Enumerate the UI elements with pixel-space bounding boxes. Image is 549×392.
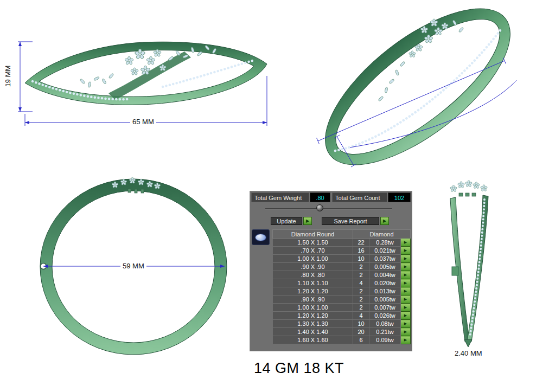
gem-count-cell: 2 [353,287,369,295]
gem-row-arrow-button[interactable]: ▶ [401,247,411,255]
gem-count-cell: 2 [353,263,369,271]
gem-weight-cell: 0.004tw [369,271,401,279]
gem-table-row: .80 X .8020.004tw▶ [273,271,411,279]
gem-totals-bar: Total Gem Weight .80 Total Gem Count 102 [251,192,411,202]
gem-size-cell: .80 X .80 [273,271,353,279]
gem-row-arrow-button[interactable]: ▶ [401,328,411,336]
flower-cluster [450,181,487,196]
side-width-dimension-label: 65 MM [130,118,156,126]
total-gem-weight-label: Total Gem Weight [251,192,309,202]
gem-count-cell: 2 [353,304,369,312]
weight-karat-caption: 14 GM 18 KT [254,360,344,377]
panel-buttons-row: Update ▶ Save Report ▶ [250,215,412,226]
gem-report-panel: Total Gem Weight .80 Total Gem Count 102… [250,191,412,351]
gem-count-cell: 20 [353,328,369,336]
total-gem-count-value: 102 [388,192,411,202]
gem-count-cell: 6 [353,336,369,344]
total-gem-count-label: Total Gem Count [332,192,387,202]
save-report-arrow-button[interactable]: ▶ [380,217,389,225]
gem-row-arrow-button[interactable]: ▶ [401,263,411,271]
update-button[interactable]: Update [271,217,302,225]
update-arrow-button[interactable]: ▶ [303,217,312,225]
gem-weight-cell: 0.21tw [369,328,401,336]
gem-type-column-header: Diamond [353,230,411,239]
profile-thickness-dimension-label: 2.40 MM [452,349,484,358]
gem-table-row: .90 X .9020.005tw▶ [273,263,411,271]
gem-table-row: 1.50 X 1.50220.28tw▶ [273,239,411,247]
gem-weight-cell: 0.013tw [369,287,401,295]
gem-row-arrow-button[interactable]: ▶ [401,304,411,312]
gem-row-arrow-button[interactable]: ▶ [401,336,411,344]
gem-row-arrow-button[interactable]: ▶ [401,295,411,304]
gem-table-row: 1.30 X 1.30100.08tw▶ [273,320,411,328]
gem-table-row: .70 X .70160.021tw▶ [273,247,411,255]
gem-count-cell: 22 [353,239,369,247]
gem-weight-cell: 0.026tw [369,312,401,320]
save-report-button[interactable]: Save Report [322,217,379,225]
gem-weight-cell: 0.08tw [369,320,401,328]
gem-size-cell: 1.10 X 1.10 [273,279,353,287]
gem-size-cell: 1.30 X 1.30 [273,320,353,328]
gem-table-row: 1.00 X 1.00100.037tw▶ [273,255,411,263]
round-gem-icon [252,229,270,245]
gem-size-cell: .70 X .70 [273,247,353,255]
gem-weight-cell: 0.007tw [369,304,401,312]
gem-size-cell: 1.00 X 1.00 [273,304,353,312]
clasp-tab [452,267,458,275]
slider-track[interactable] [265,208,392,209]
gem-table-area: Diamond RoundDiamond1.50 X 1.50220.28tw▶… [250,229,412,344]
gem-count-cell: 10 [353,255,369,263]
front-diameter-dimension-label: 59 MM [120,262,146,271]
bangle-side-view-render [25,42,267,105]
gem-row-arrow-button[interactable]: ▶ [401,287,411,295]
cad-viewport: 19 MM 65 MM 59 MM 2.40 MM Total Gem Weig… [0,0,549,392]
gem-table-row: .90 X .9020.005tw▶ [273,295,411,304]
gem-size-cell: 1.50 X 1.50 [273,239,353,247]
gem-weight-cell: 0.09tw [369,336,401,344]
bangle-profile-view-render [450,181,488,347]
gem-weight-cell: 0.005tw [369,263,401,271]
gem-table-row: 1.40 X 1.40200.21tw▶ [273,328,411,336]
gem-shape-column-header: Diamond Round [273,230,353,239]
gem-row-arrow-button[interactable]: ▶ [401,239,411,247]
gem-size-cell: 1.40 X 1.40 [273,328,353,336]
gem-count-cell: 4 [353,312,369,320]
gem-stone-graphic [255,234,266,241]
gem-table-row: 1.60 X 1.6060.09tw▶ [273,336,411,344]
gem-weight-cell: 0.037tw [369,255,401,263]
bangle-perspective-view-render [301,0,534,193]
gem-weight-cell: 0.28tw [369,239,401,247]
gem-row-arrow-button[interactable]: ▶ [401,271,411,279]
gem-table-header-row: Diamond RoundDiamond [273,230,411,239]
gem-size-cell: .90 X .90 [273,295,353,304]
gem-weight-cell: 0.021tw [369,247,401,255]
side-height-dimension-label: 19 MM [1,59,15,93]
gem-count-cell: 4 [353,279,369,287]
gem-size-cell: 1.20 X 1.20 [273,287,353,295]
gem-row-arrow-button[interactable]: ▶ [401,255,411,263]
gem-count-cell: 2 [353,295,369,304]
gem-count-cell: 16 [353,247,369,255]
gem-display-slider[interactable] [250,202,412,215]
gem-size-cell: 1.00 X 1.00 [273,255,353,263]
gem-table-row: 1.10 X 1.1040.020tw▶ [273,279,411,287]
total-gem-weight-value: .80 [310,192,330,202]
gem-table-row: 1.20 X 1.2040.026tw▶ [273,312,411,320]
gem-row-arrow-button[interactable]: ▶ [401,312,411,320]
gem-table-row: 1.20 X 1.2020.013tw▶ [273,287,411,295]
gem-weight-cell: 0.005tw [369,295,401,304]
gem-count-cell: 2 [353,271,369,279]
gem-weight-cell: 0.020tw [369,279,401,287]
gem-breakdown-table: Diamond RoundDiamond1.50 X 1.50220.28tw▶… [272,229,411,344]
gem-size-cell: 1.60 X 1.60 [273,336,353,344]
gem-table-row: 1.00 X 1.0020.007tw▶ [273,304,411,312]
slider-knob[interactable] [316,204,323,211]
gem-row-arrow-button[interactable]: ▶ [401,320,411,328]
gem-size-cell: 1.20 X 1.20 [273,312,353,320]
gem-count-cell: 10 [353,320,369,328]
gem-size-cell: .90 X .90 [273,263,353,271]
gem-row-arrow-button[interactable]: ▶ [401,279,411,287]
